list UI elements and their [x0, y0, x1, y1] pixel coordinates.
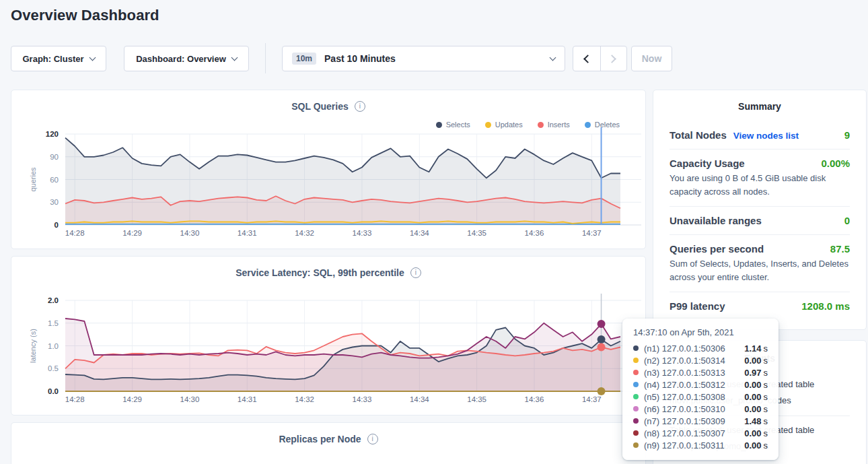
tooltip-node-value: 1.48	[744, 416, 761, 426]
chart-hover-tooltip: 14:37:10 on Apr 5th, 2021 (n1) 127.0.0.1…	[622, 319, 779, 460]
summary-item-value: 0.00%	[821, 158, 850, 169]
tooltip-node-label: (n9) 127.0.0.1:50311	[644, 440, 744, 451]
node-color-dot-icon	[633, 418, 639, 424]
sql-queries-chart[interactable]: 14:2814:2914:3014:3114:3214:3314:3414:35…	[11, 90, 647, 250]
y-axis-tick-label: 60	[50, 176, 59, 184]
node-color-dot-icon	[633, 394, 639, 399]
hover-dot-icon	[598, 387, 606, 395]
summary-item-value: 0	[844, 215, 850, 226]
y-axis-label: latency (s)	[29, 329, 37, 363]
tooltip-node-value: 0.97	[744, 368, 761, 378]
summary-item: Total NodesView nodes list9	[670, 121, 850, 149]
tooltip-node-value: 1.14	[744, 343, 761, 354]
x-axis-tick-label: 14:28	[65, 395, 85, 403]
node-color-dot-icon	[633, 370, 639, 375]
summary-item-description: Sum of Selects, Updates, Inserts, and De…	[670, 257, 850, 284]
y-axis-tick-label: 1.5	[48, 319, 59, 327]
summary-item-label: Unavailable ranges	[670, 215, 762, 226]
x-axis-tick-label: 14:34	[410, 395, 429, 403]
page-title: Overview Dashboard	[11, 7, 159, 24]
hover-dot-icon	[598, 335, 606, 343]
x-axis-tick-label: 14:37	[582, 229, 602, 237]
tooltip-node-label: (n2) 127.0.0.1:50314	[644, 356, 744, 366]
tooltip-rows: (n1) 127.0.0.1:503061.14s(n2) 127.0.0.1:…	[633, 342, 768, 451]
dashboard-dropdown-label: Dashboard: Overview	[136, 54, 226, 64]
x-axis-tick-label: 14:30	[180, 395, 200, 403]
tooltip-node-label: (n6) 127.0.0.1:50310	[644, 404, 744, 414]
y-axis-tick-label: 30	[50, 198, 59, 206]
y-axis-tick-label: 0.5	[48, 364, 59, 372]
chevron-left-icon	[583, 55, 592, 63]
summary-item-value: 9	[844, 129, 850, 141]
time-next-button[interactable]	[600, 46, 627, 71]
tooltip-node-label: (n8) 127.0.0.1:50307	[644, 428, 744, 438]
y-axis-tick-label: 0	[55, 221, 59, 229]
tooltip-row: (n1) 127.0.0.1:503061.14s	[633, 342, 768, 354]
x-axis-tick-label: 14:35	[467, 229, 486, 237]
summary-item-label: Total Nodes	[670, 129, 727, 141]
x-axis-tick-label: 14:32	[295, 395, 314, 403]
summary-item: Capacity Usage0.00%You are using 0 B of …	[670, 149, 850, 206]
x-axis-tick-label: 14:29	[122, 395, 142, 403]
now-button[interactable]: Now	[631, 46, 672, 71]
tooltip-node-value: 0.00	[744, 380, 761, 390]
chart-title-text: Replicas per Node	[279, 434, 361, 444]
tooltip-node-unit: s	[764, 440, 768, 451]
toolbar-divider	[265, 43, 266, 73]
tooltip-node-label: (n1) 127.0.0.1:50306	[644, 343, 744, 354]
service-latency-chart[interactable]: 14:2814:2914:3014:3114:3214:3314:3414:35…	[11, 257, 647, 416]
summary-item-label: Queries per second	[670, 243, 764, 255]
summary-panel: Summary Total NodesView nodes list9Capac…	[653, 90, 867, 330]
node-color-dot-icon	[633, 406, 639, 411]
tooltip-node-label: (n4) 127.0.0.1:50312	[644, 380, 744, 390]
x-axis-tick-label: 14:28	[65, 229, 85, 237]
x-axis-tick-label: 14:29	[122, 229, 142, 237]
chevron-right-icon	[608, 55, 616, 63]
dashboard-dropdown[interactable]: Dashboard: Overview	[124, 46, 249, 71]
hover-dot-icon	[598, 320, 606, 328]
replicas-per-node-title: Replicas per Node	[11, 434, 645, 444]
y-axis-label: queries	[29, 167, 37, 192]
view-nodes-list-link[interactable]: View nodes list	[733, 131, 799, 141]
tooltip-node-value: 0.00	[744, 392, 761, 402]
tooltip-row: (n4) 127.0.0.1:503120.00s	[633, 378, 768, 391]
x-axis-tick-label: 14:32	[295, 229, 314, 237]
x-axis-tick-label: 14:36	[525, 229, 544, 237]
summary-item-label: P99 latency	[670, 300, 725, 312]
summary-item-value: 87.5	[830, 243, 850, 255]
tooltip-node-label: (n7) 127.0.0.1:50309	[644, 416, 744, 426]
summary-items: Total NodesView nodes list9Capacity Usag…	[670, 121, 850, 320]
x-axis-tick-label: 14:30	[180, 229, 200, 237]
time-range-dropdown[interactable]: 10m Past 10 Minutes	[282, 46, 565, 71]
tooltip-node-label: (n5) 127.0.0.1:50308	[644, 392, 744, 402]
tooltip-node-label: (n3) 127.0.0.1:50313	[644, 368, 744, 378]
tooltip-node-unit: s	[764, 428, 768, 438]
summary-item-value: 1208.0 ms	[801, 300, 850, 312]
service-latency-card: Service Latency: SQL, 99th percentile 14…	[11, 256, 646, 416]
graph-dropdown[interactable]: Graph: Cluster	[11, 46, 106, 71]
y-axis-tick-label: 90	[50, 153, 59, 161]
summary-item-description: You are using 0 B of 4.5 GiB usable disk…	[670, 172, 850, 198]
y-axis-tick-label: 1.0	[48, 342, 59, 350]
tooltip-node-value: 0.00	[744, 428, 761, 438]
node-color-dot-icon	[633, 430, 639, 436]
summary-item: P99 latency1208.0 ms	[670, 292, 850, 320]
tooltip-node-unit: s	[764, 368, 768, 378]
time-range-badge: 10m	[292, 53, 316, 65]
replicas-per-node-card: Replicas per Node	[11, 422, 646, 464]
tooltip-node-value: 0.00	[744, 440, 761, 451]
y-axis-tick-label: 0.0	[48, 387, 59, 395]
tooltip-row: (n6) 127.0.0.1:503100.00s	[633, 403, 768, 415]
time-prev-button[interactable]	[573, 46, 600, 71]
tooltip-node-unit: s	[764, 380, 768, 390]
node-color-dot-icon	[633, 382, 639, 387]
node-color-dot-icon	[633, 442, 639, 448]
time-range-label: Past 10 Minutes	[324, 53, 396, 64]
graph-dropdown-label: Graph: Cluster	[22, 54, 83, 64]
tooltip-row: (n2) 127.0.0.1:503140.00s	[633, 354, 768, 366]
info-icon[interactable]	[367, 434, 378, 444]
tooltip-row: (n5) 127.0.0.1:503080.00s	[633, 391, 768, 403]
tooltip-node-unit: s	[764, 343, 768, 354]
y-axis-tick-label: 120	[46, 130, 59, 138]
tooltip-row: (n9) 127.0.0.1:503110.00s	[633, 439, 768, 451]
